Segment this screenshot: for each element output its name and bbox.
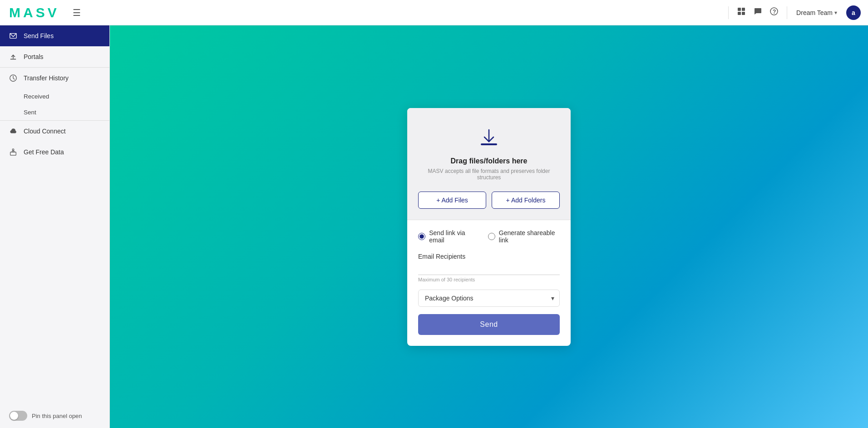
drop-zone-subtitle: MASV accepts all file formats and preser… [418,168,560,181]
sidebar-item-get-free-data[interactable]: Get Free Data [0,142,109,162]
email-recipients-field: Email Recipients Maximum of 30 recipient… [418,253,560,282]
radio-email-input[interactable] [418,232,425,241]
svg-rect-11 [481,143,497,145]
svg-rect-2 [742,8,745,11]
help-button[interactable]: ? [767,4,781,21]
svg-text:?: ? [773,9,776,15]
radio-share-input[interactable] [488,232,495,241]
toggle-knob [10,412,18,420]
email-recipients-label: Email Recipients [418,253,560,260]
svg-rect-1 [738,8,741,11]
sidebar-item-cloud-connect[interactable]: Cloud Connect [0,121,109,142]
radio-send-via-email[interactable]: Send link via email [418,229,477,244]
svg-rect-3 [738,12,741,15]
menu-toggle-button[interactable]: ☰ [69,5,84,20]
drop-zone[interactable]: Drag files/folders here MASV accepts all… [407,108,571,220]
sidebar-item-sent[interactable]: Sent [0,104,109,120]
team-name-label: Dream Team [796,9,833,16]
package-options-dropdown-wrapper: Package Options ▾ [418,290,560,307]
masv-logo: MASV [7,5,62,21]
sidebar-item-send-files[interactable]: Send Files [0,25,109,46]
send-card: Drag files/folders here MASV accepts all… [407,108,571,346]
transfer-history-label: Transfer History [24,74,69,82]
send-files-icon [9,32,17,40]
transfer-history-icon [9,74,17,82]
app-header: MASV ☰ [0,0,868,25]
header-divider-left [728,6,729,19]
pin-panel-toggle[interactable] [9,411,27,421]
card-form: Send link via email Generate shareable l… [407,220,571,346]
send-button[interactable]: Send [418,314,560,335]
upload-icon [477,126,501,152]
drop-zone-title: Drag files/folders here [451,157,528,165]
help-icon: ? [769,7,779,18]
svg-text:MASV: MASV [9,5,59,20]
email-hint: Maximum of 30 recipients [418,277,560,282]
received-label: Received [24,93,49,100]
cloud-connect-icon [9,127,17,135]
sidebar-bottom: Pin this panel open [0,403,109,428]
pin-panel-label: Pin this panel open [32,413,82,419]
dashboard-button[interactable] [734,4,749,21]
pin-panel-toggle-wrap: Pin this panel open [9,411,82,421]
chat-button[interactable] [750,4,765,21]
hamburger-icon: ☰ [73,8,81,18]
main-layout: Send Files Portals Transfer His [0,25,868,428]
send-files-label: Send Files [24,32,54,39]
sidebar-item-transfer-history[interactable]: Transfer History [0,68,109,89]
email-recipients-input[interactable] [418,262,560,275]
add-buttons: + Add Files + Add Folders [418,192,560,209]
svg-rect-10 [10,152,16,155]
user-avatar[interactable]: a [846,5,861,20]
logo: MASV [7,5,62,21]
add-folders-button[interactable]: + Add Folders [492,192,560,209]
chevron-down-icon: ▾ [834,10,837,16]
team-selector-button[interactable]: Dream Team ▾ [793,7,841,18]
add-files-button[interactable]: + Add Files [418,192,486,209]
delivery-method-radio-group: Send link via email Generate shareable l… [418,229,560,244]
get-free-data-icon [9,148,17,156]
svg-rect-4 [742,12,745,15]
dashboard-icon [737,7,746,18]
cloud-connect-label: Cloud Connect [24,128,66,135]
sent-label: Sent [24,109,36,116]
get-free-data-label: Get Free Data [24,148,64,156]
sidebar: Send Files Portals Transfer His [0,25,110,428]
portals-label: Portals [24,53,44,60]
sidebar-item-portals[interactable]: Portals [0,46,109,67]
main-content: Drag files/folders here MASV accepts all… [110,25,868,428]
transfer-history-sub-items: Received Sent [0,89,109,120]
radio-shareable-link[interactable]: Generate shareable link [488,229,560,244]
svg-rect-8 [10,59,16,60]
chat-icon [753,7,762,18]
portals-icon [9,53,17,61]
header-actions: ? Dream Team ▾ a [725,4,861,21]
package-options-select[interactable]: Package Options [418,290,560,307]
header-divider-right [787,6,787,19]
sidebar-item-received[interactable]: Received [0,89,109,104]
